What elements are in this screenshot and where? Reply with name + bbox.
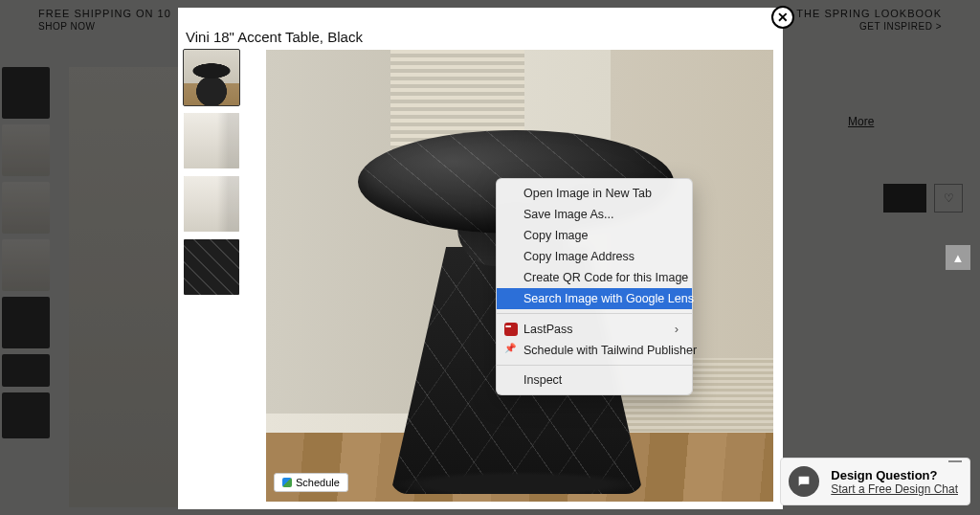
ctx-label: Search Image with Google Lens — [523, 292, 694, 305]
lastpass-icon — [504, 323, 518, 336]
chat-title: Design Question? — [831, 468, 958, 482]
modal-thumb[interactable] — [184, 113, 239, 168]
ctx-separator — [497, 313, 692, 314]
ctx-inspect[interactable]: Inspect — [497, 369, 692, 391]
chat-link[interactable]: Start a Free Design Chat — [831, 482, 958, 496]
ctx-label: Save Image As... — [523, 208, 614, 221]
ctx-separator — [497, 365, 692, 366]
chat-bubble-icon — [789, 466, 819, 497]
scroll-to-top-button[interactable]: ▲ — [946, 245, 970, 270]
ctx-copy-image-address[interactable]: Copy Image Address — [497, 246, 692, 267]
ctx-label: Copy Image Address — [523, 250, 635, 263]
modal-thumb[interactable] — [184, 176, 239, 232]
ctx-tailwind[interactable]: Schedule with Tailwind Publisher — [497, 340, 692, 361]
modal-title: Vini 18" Accent Table, Black — [186, 29, 363, 45]
tailwind-pin-icon — [504, 344, 518, 357]
ctx-label: Copy Image — [523, 229, 588, 242]
ctx-lastpass[interactable]: LastPass › — [497, 318, 692, 340]
ctx-label: Create QR Code for this Image — [523, 271, 688, 284]
chevron-right-icon: › — [675, 322, 679, 336]
context-menu: Open Image in New Tab Save Image As... C… — [496, 178, 693, 395]
modal-thumbnail-list — [184, 50, 239, 295]
ctx-save-image-as[interactable]: Save Image As... — [497, 204, 692, 225]
chat-widget[interactable]: Design Question? Start a Free Design Cha… — [780, 458, 970, 505]
tailwind-icon — [282, 478, 292, 487]
ctx-label: Schedule with Tailwind Publisher — [523, 344, 697, 357]
close-button[interactable]: ✕ — [771, 6, 794, 29]
modal-thumb[interactable] — [184, 239, 239, 295]
ctx-copy-image[interactable]: Copy Image — [497, 225, 692, 246]
chevron-up-icon: ▲ — [952, 251, 965, 265]
thumb-image — [184, 239, 239, 295]
schedule-label: Schedule — [296, 477, 340, 488]
thumb-image — [184, 113, 239, 168]
ctx-open-new-tab[interactable]: Open Image in New Tab — [497, 183, 692, 204]
minimize-icon[interactable] — [948, 460, 962, 462]
ctx-search-google-lens[interactable]: Search Image with Google Lens — [497, 288, 692, 309]
schedule-button[interactable]: Schedule — [274, 473, 348, 492]
modal-thumb[interactable] — [184, 50, 239, 105]
ctx-label: Open Image in New Tab — [523, 187, 652, 200]
ctx-label: LastPass — [523, 323, 572, 336]
chat-text: Design Question? Start a Free Design Cha… — [831, 468, 958, 496]
ctx-label: Inspect — [523, 373, 562, 387]
thumb-image — [184, 50, 239, 105]
close-icon: ✕ — [777, 10, 789, 25]
ctx-create-qr[interactable]: Create QR Code for this Image — [497, 267, 692, 288]
thumb-image — [184, 176, 239, 232]
